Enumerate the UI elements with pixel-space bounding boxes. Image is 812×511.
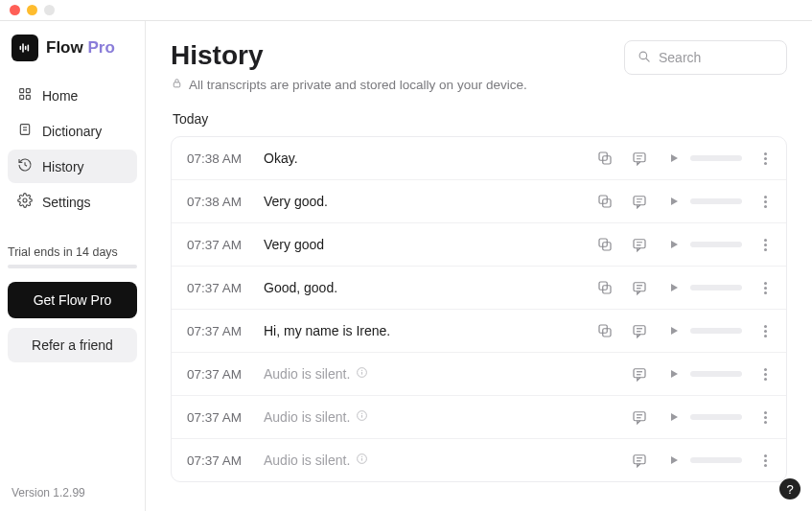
search-input[interactable]: [659, 50, 775, 65]
svg-marker-61: [671, 456, 678, 464]
trial-label: Trial ends in 14 days: [8, 245, 137, 259]
svg-marker-34: [671, 284, 678, 291]
note-button[interactable]: [631, 365, 648, 383]
window-close-icon[interactable]: [10, 5, 20, 15]
transcript-time: 07:37 AM: [187, 238, 264, 252]
svg-rect-4: [20, 125, 29, 135]
svg-point-9: [639, 52, 647, 59]
more-button[interactable]: [759, 239, 771, 251]
note-button[interactable]: [631, 236, 648, 253]
play-icon: [665, 408, 683, 426]
page-title: History: [171, 40, 527, 71]
transcript-row: 07:37 AM Hi, my name is Irene.: [172, 310, 786, 353]
waveform: [690, 371, 742, 377]
svg-rect-3: [26, 95, 30, 99]
help-button[interactable]: ?: [779, 478, 800, 499]
more-button[interactable]: [759, 152, 771, 165]
svg-marker-54: [671, 413, 678, 421]
play-icon: [665, 236, 683, 253]
refer-friend-button[interactable]: Refer a friend: [8, 328, 137, 362]
section-label-today: Today: [171, 111, 787, 127]
sidebar-item-label: Dictionary: [42, 124, 102, 139]
more-button[interactable]: [759, 325, 771, 337]
more-button[interactable]: [759, 454, 771, 467]
transcript-row: 07:38 AM Very good.: [172, 180, 786, 223]
note-button[interactable]: [631, 408, 648, 426]
transcript-time: 07:38 AM: [187, 151, 264, 166]
transcript-time: 07:38 AM: [187, 195, 264, 209]
more-button[interactable]: [759, 282, 771, 294]
svg-marker-16: [671, 154, 678, 162]
waveform: [690, 155, 742, 161]
window-zoom-icon[interactable]: [44, 5, 55, 15]
transcript-text: Very good: [264, 237, 596, 252]
window-titlebar: [0, 0, 812, 21]
svg-rect-1: [26, 89, 30, 93]
transcript-text: Audio is silent.: [264, 366, 631, 382]
transcript-time: 07:37 AM: [187, 281, 264, 295]
play-control[interactable]: [665, 408, 742, 426]
note-button[interactable]: [631, 322, 648, 339]
transcript-text: Audio is silent.: [264, 453, 631, 468]
dictionary-icon: [17, 122, 33, 140]
copy-button[interactable]: [596, 193, 614, 210]
svg-point-43: [362, 370, 363, 371]
sidebar-item-history[interactable]: History: [8, 150, 137, 183]
copy-button[interactable]: [596, 322, 614, 339]
svg-point-50: [362, 413, 363, 414]
play-control[interactable]: [665, 452, 742, 469]
play-control[interactable]: [665, 279, 742, 296]
transcript-row: 07:37 AM Audio is silent.: [172, 396, 786, 439]
transcript-text: Very good.: [264, 194, 596, 209]
play-control[interactable]: [665, 193, 742, 210]
history-icon: [17, 157, 33, 175]
svg-rect-25: [634, 240, 645, 248]
sidebar-item-home[interactable]: Home: [8, 79, 137, 112]
sidebar-item-dictionary[interactable]: Dictionary: [8, 114, 137, 148]
sidebar: Flow Pro HomeDictionaryHistorySettings T…: [0, 21, 146, 511]
info-icon[interactable]: [356, 409, 368, 425]
svg-rect-13: [634, 153, 645, 162]
waveform: [690, 285, 742, 290]
copy-button[interactable]: [596, 236, 614, 253]
more-button[interactable]: [759, 368, 771, 381]
more-button[interactable]: [759, 196, 771, 208]
svg-rect-37: [634, 326, 645, 335]
transcript-list: 07:38 AM Okay. 07:38 AM Very good. 07:37…: [171, 136, 787, 482]
waveform: [690, 457, 742, 463]
window-minimize-icon[interactable]: [27, 5, 37, 15]
get-pro-button[interactable]: Get Flow Pro: [8, 282, 137, 318]
settings-icon: [17, 193, 33, 211]
svg-marker-22: [671, 197, 678, 205]
note-button[interactable]: [631, 193, 648, 210]
sidebar-item-label: Home: [42, 88, 78, 104]
note-button[interactable]: [631, 452, 648, 469]
play-control[interactable]: [665, 365, 742, 383]
svg-rect-51: [634, 412, 645, 421]
note-button[interactable]: [631, 150, 648, 167]
play-control[interactable]: [665, 150, 742, 167]
copy-button[interactable]: [596, 150, 614, 167]
info-icon[interactable]: [356, 453, 368, 468]
more-button[interactable]: [759, 411, 771, 424]
waveform: [690, 414, 742, 420]
home-icon: [17, 86, 33, 105]
play-icon: [665, 452, 683, 469]
transcript-row: 07:37 AM Good, good.: [172, 267, 786, 310]
play-control[interactable]: [665, 322, 742, 339]
version-label: Version 1.2.99: [8, 486, 137, 501]
search-field[interactable]: [624, 40, 787, 75]
svg-marker-28: [671, 241, 678, 248]
note-button[interactable]: [631, 279, 648, 296]
svg-rect-0: [20, 89, 24, 93]
svg-line-10: [646, 58, 649, 61]
play-control[interactable]: [665, 236, 742, 253]
transcript-time: 07:37 AM: [187, 324, 264, 338]
privacy-note: All transcripts are private and stored l…: [171, 77, 527, 92]
brand-logo-icon: [12, 35, 38, 61]
info-icon[interactable]: [356, 366, 368, 382]
copy-button[interactable]: [596, 279, 614, 296]
svg-point-57: [362, 456, 363, 457]
waveform: [690, 242, 742, 247]
sidebar-item-settings[interactable]: Settings: [8, 185, 137, 219]
